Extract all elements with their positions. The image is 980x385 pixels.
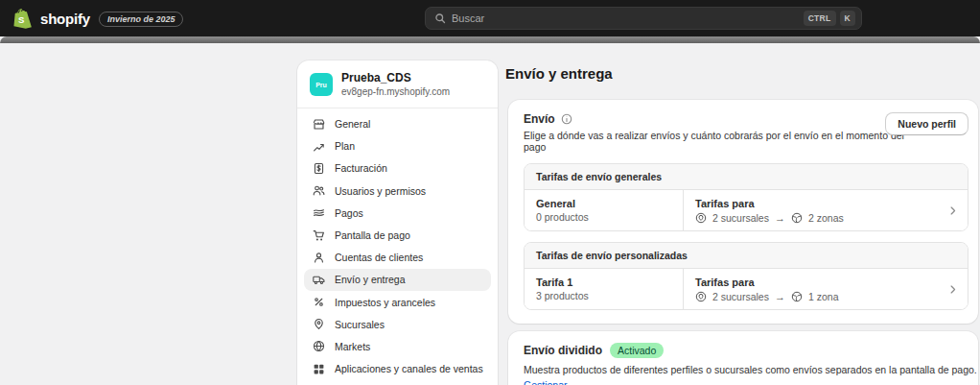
sidebar-item-label: Aplicaciones y canales de ventas: [335, 363, 483, 374]
sidebar-item-label: General: [335, 118, 370, 130]
svg-text:S: S: [18, 14, 25, 25]
apps-grid-icon: [312, 363, 326, 375]
info-icon[interactable]: [561, 113, 572, 125]
billing-icon: [312, 162, 326, 175]
sidebar-item-usuarios[interactable]: Usuarios y permisos: [304, 180, 491, 202]
manage-link[interactable]: Gestionar: [524, 379, 568, 385]
profile-name: General: [536, 198, 671, 209]
sidebar-item-general[interactable]: General: [304, 113, 491, 135]
profile-products-count: 3 productos: [536, 290, 671, 301]
checkout-cart-icon: [312, 229, 326, 242]
taxes-icon: [312, 296, 326, 308]
shipping-truck-icon: [312, 274, 326, 286]
custom-rates-header: Tarifas de envío personalizadas: [525, 243, 968, 269]
sidebar-item-envio-y-entrega[interactable]: Envío y entrega: [304, 269, 491, 291]
sidebar-item-impuestos[interactable]: Impuestos y aranceles: [304, 291, 491, 313]
release-badge: Invierno de 2025: [99, 12, 184, 27]
page-title: Envío y entrega: [505, 65, 613, 82]
location-pin-icon: [312, 318, 326, 330]
search-icon: [434, 12, 446, 24]
sidebar-item-label: Markets: [335, 341, 370, 352]
store-name: Prueba_CDS: [341, 71, 450, 85]
search-placeholder: Buscar: [452, 12, 800, 24]
sidebar-item-label: Usuarios y permisos: [335, 185, 426, 197]
location-pin-icon: [695, 212, 707, 224]
sidebar-item-facturacion[interactable]: Facturación: [304, 157, 491, 180]
sidebar-item-label: Sucursales: [335, 319, 385, 330]
split-shipping-card: Envío dividido Activado Muestra producto…: [508, 331, 978, 385]
sidebar-item-sucursales[interactable]: Sucursales: [304, 313, 491, 335]
table-row[interactable]: Tarifa 1 3 productos Tarifas para 2 sucu…: [525, 269, 968, 309]
storefront-icon: [312, 118, 326, 131]
shipping-card: Envío Elige a dónde vas a realizar envío…: [508, 100, 978, 324]
sidebar-item-pantalla-de-pago[interactable]: Pantalla de pago: [304, 224, 491, 246]
sidebar-item-plan[interactable]: Plan: [304, 135, 491, 157]
split-shipping-description: Muestra productos de diferentes perfiles…: [524, 364, 963, 375]
payments-icon: [312, 206, 326, 219]
zones-globe-icon: [791, 291, 803, 302]
table-row[interactable]: General 0 productos Tarifas para 2 sucur…: [525, 190, 968, 230]
zones-count: 2 zonas: [808, 212, 844, 224]
shopify-logo[interactable]: S shopify Invierno de 2025: [13, 8, 183, 30]
plan-icon: [312, 140, 326, 153]
store-domain: ev8gep-fn.myshopify.com: [341, 86, 450, 99]
sidebar-item-label: Pagos: [335, 207, 363, 219]
settings-nav: General Plan Facturación Usuarios y perm…: [297, 108, 498, 385]
general-rates-header: Tarifas de envío generales: [525, 164, 968, 190]
profile-products-count: 0 productos: [536, 211, 671, 223]
zones-globe-icon: [791, 212, 803, 224]
markets-globe-icon: [312, 340, 326, 352]
sidebar-item-label: Cuentas de clientes: [335, 252, 423, 263]
settings-sidebar: Pru Prueba_CDS ev8gep-fn.myshopify.com G…: [297, 60, 498, 385]
locations-count: 2 sucursales: [712, 212, 769, 224]
shopify-bag-icon: S: [13, 8, 34, 30]
shipping-card-description: Elige a dónde vas a realizar envíos y cu…: [524, 130, 907, 153]
chevron-right-icon: [938, 190, 968, 230]
sidebar-item-cuentas-de-clientes[interactable]: Cuentas de clientes: [304, 247, 491, 269]
topbar-shelf-strip: [0, 36, 980, 43]
sidebar-item-markets[interactable]: Markets: [304, 335, 491, 357]
sidebar-item-label: Plan: [335, 140, 355, 152]
store-switcher[interactable]: Pru Prueba_CDS ev8gep-fn.myshopify.com: [297, 60, 498, 108]
kbd-k: K: [840, 11, 855, 26]
sidebar-item-dominios[interactable]: Dominios: [304, 380, 491, 385]
general-rates-table: Tarifas de envío generales General 0 pro…: [524, 163, 968, 231]
status-badge: Activado: [610, 343, 664, 358]
top-bar: S shopify Invierno de 2025 Buscar CTRL K: [0, 0, 980, 36]
rates-for-label: Tarifas para: [695, 277, 926, 288]
sidebar-item-aplicaciones[interactable]: Aplicaciones y canales de ventas: [304, 358, 491, 380]
arrow-right-icon: →: [775, 291, 785, 302]
chevron-right-icon: [938, 269, 968, 309]
arrow-right-icon: →: [775, 212, 785, 224]
users-icon: [312, 184, 326, 197]
search-input[interactable]: Buscar CTRL K: [425, 7, 862, 30]
sidebar-item-pagos[interactable]: Pagos: [304, 202, 491, 224]
new-profile-button[interactable]: Nuevo perfil: [885, 112, 968, 135]
location-pin-icon: [695, 291, 707, 302]
sidebar-item-label: Envío y entrega: [335, 274, 406, 285]
rates-for-label: Tarifas para: [695, 198, 926, 209]
customer-accounts-icon: [312, 252, 326, 264]
shopify-wordmark: shopify: [40, 11, 90, 27]
split-shipping-title: Envío dividido: [524, 344, 602, 357]
sidebar-item-label: Impuestos y aranceles: [335, 297, 435, 308]
custom-rates-table: Tarifas de envío personalizadas Tarifa 1…: [524, 242, 968, 310]
shipping-card-title: Envío: [524, 112, 555, 126]
shopify-admin-window: S shopify Invierno de 2025 Buscar CTRL K…: [0, 0, 980, 385]
kbd-ctrl: CTRL: [804, 11, 836, 26]
store-avatar: Pru: [310, 73, 333, 96]
sidebar-item-label: Facturación: [335, 162, 387, 174]
profile-name: Tarifa 1: [536, 277, 671, 288]
zones-count: 1 zona: [808, 291, 839, 302]
sidebar-item-label: Pantalla de pago: [335, 229, 410, 241]
locations-count: 2 sucursales: [712, 291, 769, 302]
